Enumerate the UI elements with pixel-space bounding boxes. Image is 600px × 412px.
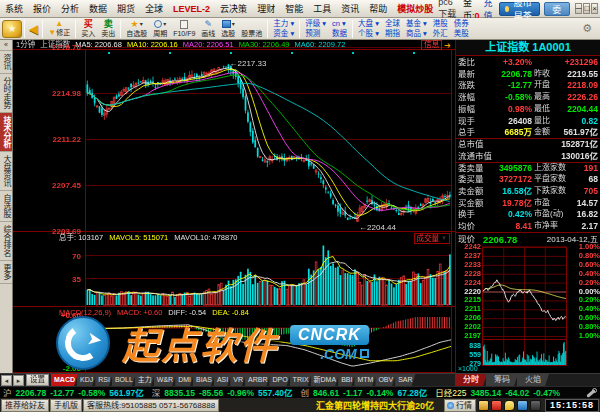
toolbar-link-大盘[interactable]: 大盘 ▾ [358,19,379,29]
home-coin-button[interactable]: ★ [2,20,22,38]
price-axis-label: 2211.22 [13,135,81,144]
stock-tea-button[interactable]: 股市早茶 [499,2,540,16]
period-button[interactable]: ▾周期 [150,18,170,39]
buy-button[interactable]: 买买入 [78,18,98,39]
indicator-tab-BBI[interactable]: BBI [338,374,355,386]
right-tab-bar: 分时筹码火焰 [455,373,600,386]
intraday-pct-label: 0.20% [568,279,600,287]
share-icon[interactable] [530,400,541,411]
indicator-tab-主力[interactable]: 主力 [135,374,155,386]
menu-item-理财[interactable]: 理财 [252,2,280,15]
maximize-button[interactable]: □ [583,3,590,14]
indicator-tab-W&R[interactable]: W&R [154,374,176,386]
toolbar-link-数据[interactable]: 数据 [332,29,347,39]
toolbar-link-预测[interactable]: 预测 [305,29,326,39]
minimize-button[interactable]: ─ [575,3,583,14]
sidebar-item-大盘资讯[interactable]: 大盘资讯 [0,152,12,191]
indicator-tab-MACD[interactable]: MACD [51,374,78,386]
menu-item-数据[interactable]: 数据 [84,2,112,15]
toolbar-link-cn[interactable]: cn ▾ [332,19,347,29]
stock-pool-button[interactable]: 股票池 [238,18,265,39]
sidebar-item-资讯[interactable]: 资讯 [0,51,12,74]
back-arrow-icon[interactable]: ◀ [27,20,40,38]
menu-item-LEVEL-2[interactable]: LEVEL-2 [168,4,215,14]
menu-item-模拟炒股[interactable]: 模拟炒股 [392,2,438,15]
indicator-tab-BIAS[interactable]: BIAS [193,374,215,386]
menu-item-报价[interactable]: 报价 [28,2,56,15]
close-button[interactable]: × [591,3,598,14]
indicator-tab-TRIX[interactable]: TRIX [290,374,312,386]
toolbar-button-label: 周期 [153,29,167,38]
settings-wrench-icon[interactable]: ⚙ [582,22,592,35]
scroll-right-button[interactable]: ▸ [13,375,24,386]
indicator-tab-OBV[interactable]: OBV [375,374,396,386]
indicator-tab-VR[interactable]: VR [230,374,246,386]
toolbar-link-外汇[interactable]: 外汇 [433,29,448,39]
menu-item-工具[interactable]: 工具 [308,2,336,15]
toolbar-link-主力[interactable]: 主力 ▾ [273,19,294,29]
stock-screener-button[interactable]: ▾选股 [218,18,238,39]
chat-icon[interactable] [504,400,515,411]
toolbar-link-债券[interactable]: 债券 [454,19,469,29]
pc6-download-link[interactable]: pc6下载 [438,0,459,20]
info-button[interactable]: 信息➔ [421,40,451,50]
indicator-tab-MTM[interactable]: MTM [354,374,376,386]
settings-button[interactable]: 设置 [26,374,49,386]
draw-line-button[interactable]: ✎画线 [198,18,218,39]
indicator-tab-SAR[interactable]: SAR [395,374,415,386]
f10-button[interactable]: F10/F9 [170,18,198,39]
menu-item-系统[interactable]: 系统 [0,2,28,15]
updown-adjust-button[interactable]: ▲▼修正 [45,18,73,39]
sidebar-item-更多[interactable]: 更多 [0,261,12,284]
news-ticker[interactable]: 汇金第四轮增持四大行逾20亿 [316,399,434,412]
volume-indicator-button[interactable]: 成交量▼ [414,233,450,244]
toolbar-link-个股[interactable]: 个股 ▾ [358,29,379,39]
menu-item-资讯[interactable]: 资讯 [336,2,364,15]
menu-item-分析[interactable]: 分析 [56,2,84,15]
sidebar-item-自选股[interactable]: 自选股 [0,191,12,222]
sidebar-item-技术分析[interactable]: 技术分析 [0,113,12,152]
bell-icon[interactable] [478,400,489,411]
toolbar-link-商品[interactable]: 商品 ▾ [406,29,427,39]
indicator-tab-新DMA[interactable]: 新DMA [311,374,340,386]
indicator-tab-ASI[interactable]: ASI [214,374,231,386]
indicator-tab-BOLL[interactable]: BOLL [112,374,136,386]
footer-link[interactable]: 手机版 [50,399,82,412]
quote-value: 3727172 [482,173,532,185]
footer-link[interactable]: 推荐给好友 [1,399,49,412]
right-tab-筹码[interactable]: 筹码 [486,374,518,386]
menu-item-智能[interactable]: 智能 [280,2,308,15]
menu-item-期货[interactable]: 期货 [112,2,140,15]
wrench-icon[interactable] [585,388,597,398]
collapse-button[interactable]: « [0,40,12,51]
toolbar-link-基金[interactable]: 基金 ▾ [406,19,427,29]
toolbar-link-评级[interactable]: 评级 ▾ [305,19,326,29]
up-arrow-icon[interactable]: ▲ [55,20,63,28]
indicator-tab-KDJ[interactable]: KDJ [77,374,96,386]
mail-icon[interactable] [517,400,528,411]
indicator-tab-DPO[interactable]: DPO [269,374,290,386]
indicator-tab-DMI[interactable]: DMI [175,374,194,386]
menu-item-云决策[interactable]: 云决策 [215,2,252,15]
toolbar-link-港股[interactable]: 港股 [433,19,448,29]
toolbar-link-美股[interactable]: 美股 [454,29,469,39]
indicator-tab-RSI[interactable]: RSI [95,374,113,386]
sidebar-item-分时走势[interactable]: 分时走势 [0,74,12,113]
menu-item-全球[interactable]: 全球 [140,2,168,15]
right-tab-分时[interactable]: 分时 [455,374,487,386]
indicator-tab-ARBR[interactable]: ARBR [245,374,270,386]
entrust-button[interactable]: 委托 ▾ [544,2,570,16]
watchlist-button[interactable]: ★▾自选股 [123,18,150,39]
sell-button[interactable]: 卖卖出 [98,18,118,39]
toolbar-link-资金[interactable]: 资金 ▾ [273,29,294,39]
toolbar-link-期指[interactable]: 期指 [385,29,400,39]
quote-button[interactable]: 行情 [444,399,476,412]
menu-item-帮助[interactable]: 帮助 [364,2,392,15]
scroll-left-button[interactable]: ◂ [1,375,12,386]
footer-link[interactable]: 客服热线:95105885 0571-56768888 [83,399,219,412]
sidebar-item-综合排名[interactable]: 综合排名 [0,222,12,261]
right-tab-火焰[interactable]: 火焰 [517,374,549,386]
toolbar-link-全球[interactable]: 全球 [385,19,400,29]
calendar-icon[interactable] [491,400,502,411]
down-arrow-icon[interactable]: ▼ [48,28,56,37]
